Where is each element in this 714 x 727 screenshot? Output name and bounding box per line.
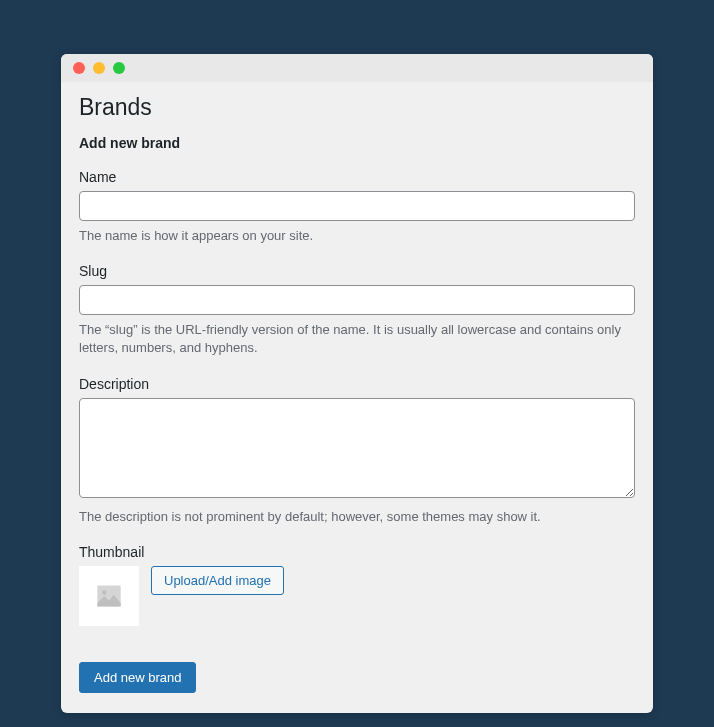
field-name: Name The name is how it appears on your … bbox=[79, 169, 635, 245]
window-titlebar bbox=[61, 54, 653, 82]
name-help: The name is how it appears on your site. bbox=[79, 227, 635, 245]
thumbnail-label: Thumbnail bbox=[79, 544, 635, 560]
add-brand-button[interactable]: Add new brand bbox=[79, 662, 196, 693]
name-label: Name bbox=[79, 169, 635, 185]
field-thumbnail: Thumbnail Upload/Add image bbox=[79, 544, 635, 626]
close-icon[interactable] bbox=[73, 62, 85, 74]
description-input[interactable] bbox=[79, 398, 635, 498]
description-label: Description bbox=[79, 376, 635, 392]
minimize-icon[interactable] bbox=[93, 62, 105, 74]
field-description: Description The description is not promi… bbox=[79, 376, 635, 526]
slug-help: The “slug” is the URL-friendly version o… bbox=[79, 321, 635, 357]
name-input[interactable] bbox=[79, 191, 635, 221]
page-title: Brands bbox=[79, 94, 635, 121]
upload-image-button[interactable]: Upload/Add image bbox=[151, 566, 284, 595]
content-area: Brands Add new brand Name The name is ho… bbox=[61, 82, 653, 713]
description-help: The description is not prominent by defa… bbox=[79, 508, 635, 526]
field-slug: Slug The “slug” is the URL-friendly vers… bbox=[79, 263, 635, 357]
app-window: Brands Add new brand Name The name is ho… bbox=[61, 54, 653, 713]
page-subtitle: Add new brand bbox=[79, 135, 635, 151]
thumbnail-placeholder-icon bbox=[79, 566, 139, 626]
svg-point-1 bbox=[102, 590, 107, 595]
slug-input[interactable] bbox=[79, 285, 635, 315]
slug-label: Slug bbox=[79, 263, 635, 279]
maximize-icon[interactable] bbox=[113, 62, 125, 74]
